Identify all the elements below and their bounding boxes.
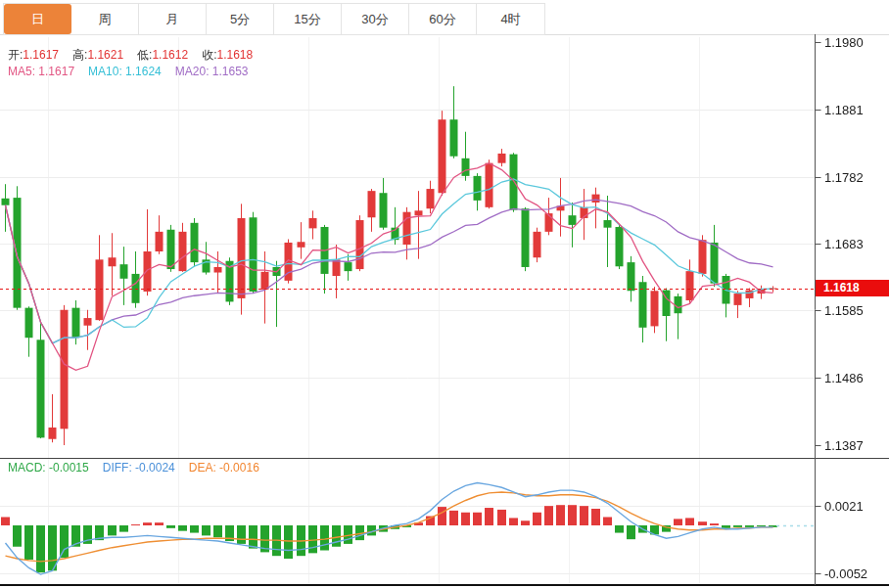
price-tick-label: 1.1782 — [824, 169, 864, 184]
lg-ohlc-item-2: 低:1.1612 — [137, 48, 188, 62]
price-tick-label: 1.1486 — [824, 371, 864, 385]
current-price-badge: 1.1618 — [816, 280, 889, 296]
tab-周[interactable]: 周 — [71, 4, 139, 34]
lg-ohlc-item-0: 开:1.1617 — [8, 48, 59, 62]
tab-15分[interactable]: 15分 — [274, 4, 342, 34]
macd-legend: MACD: -0.0015DIFF: -0.0024DEA: -0.0016 — [8, 461, 273, 475]
tab-5分[interactable]: 5分 — [207, 4, 274, 34]
lg-ohlc-item-3: 收:1.1618 — [202, 48, 253, 62]
macd-tick-label: 0.0021 — [824, 499, 864, 514]
tab-60分[interactable]: 60分 — [409, 4, 477, 34]
candlestick-chart-canvas[interactable] — [0, 0, 889, 588]
tab-30分[interactable]: 30分 — [342, 4, 409, 34]
price-tick-label: 1.1980 — [824, 35, 864, 50]
tab-4时[interactable]: 4时 — [477, 4, 544, 34]
lg-ma-item-0: MA5: 1.1617 — [8, 65, 74, 78]
tab-日[interactable]: 日 — [4, 4, 71, 34]
lg-ma-item-2: MA20: 1.1653 — [175, 65, 249, 78]
tab-月[interactable]: 月 — [139, 4, 207, 34]
price-tick-label: 1.1387 — [824, 438, 864, 453]
price-tick-label: 1.1585 — [824, 303, 864, 318]
chart-window: 日周月5分15分30分60分4时 开:1.1617高:1.1621低:1.161… — [0, 0, 889, 588]
macd-tick-label: -0.0052 — [824, 566, 867, 581]
period-tabbar: 日周月5分15分30分60分4时 — [3, 3, 545, 35]
lg-ma-item-1: MA10: 1.1624 — [88, 65, 162, 78]
price-tick-label: 1.1683 — [824, 237, 864, 251]
lg-macd-item-0: MACD: -0.0015 — [8, 461, 89, 475]
price-tick-label: 1.1881 — [824, 102, 864, 116]
lg-macd-item-1: DIFF: -0.0024 — [103, 461, 175, 475]
lg-ohlc-item-1: 高:1.1621 — [72, 48, 123, 62]
lg-macd-item-2: DEA: -0.0016 — [189, 461, 259, 475]
ma-legend: MA5: 1.1617MA10: 1.1624MA20: 1.1653 — [8, 65, 262, 78]
ohlc-legend: 开:1.1617高:1.1621低:1.1612收:1.1618 — [8, 47, 266, 64]
